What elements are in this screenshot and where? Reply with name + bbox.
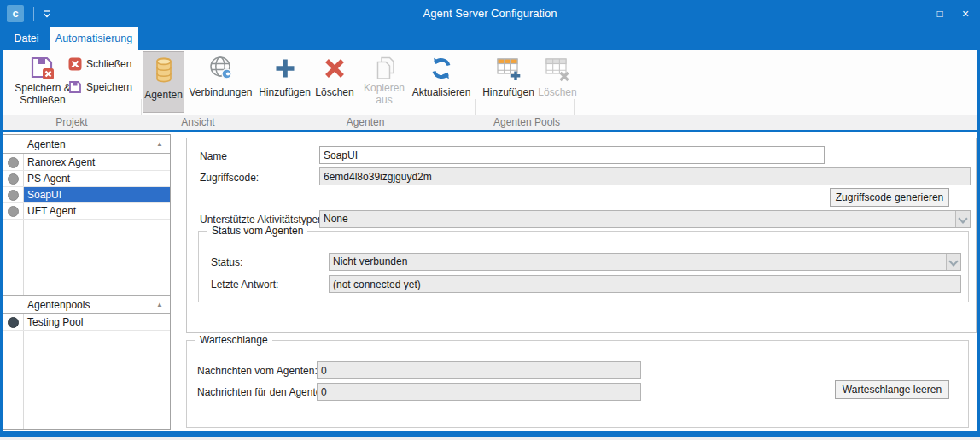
last-response-label: Letzte Antwort:	[211, 279, 278, 290]
group-label-ansicht: Ansicht	[181, 115, 214, 129]
agent-refresh-label: Aktualisieren	[410, 86, 473, 98]
status-value: Nicht verbunden	[333, 255, 407, 267]
group-label-projekt: Projekt	[55, 115, 87, 129]
close-window-button[interactable]: ×	[953, 3, 978, 24]
plus-icon	[271, 55, 299, 82]
agent-status-icon	[8, 173, 19, 185]
sort-ascending-icon: ▲	[156, 135, 163, 154]
minimize-button[interactable]: –	[895, 3, 920, 24]
activity-types-label: Unterstützte Aktivitätstypen:	[200, 214, 326, 226]
agent-row-label: SoapUI	[27, 187, 61, 203]
sort-ascending-icon: ▲	[156, 296, 163, 314]
agents-view-button[interactable]: Agenten	[143, 51, 184, 113]
save-label: Speichern	[86, 81, 132, 93]
pool-delete-label: Löschen	[537, 86, 578, 98]
agent-copy-from-button[interactable]: Kopieren aus	[359, 51, 409, 113]
chevron-down-icon[interactable]	[41, 8, 53, 20]
delete-x-icon	[321, 55, 348, 82]
pools-list-header[interactable]: Agentenpools ▲	[3, 295, 170, 314]
table-delete-icon	[543, 55, 572, 82]
maximize-button[interactable]: □	[927, 3, 953, 24]
clear-queue-button[interactable]: Warteschlange leeren	[835, 380, 949, 399]
access-code-label: Zugriffscode:	[200, 172, 259, 184]
messages-from-agent-field	[317, 361, 641, 379]
agents-header-label: Agenten	[27, 138, 66, 150]
access-code-field[interactable]	[319, 167, 971, 185]
agents-view-label: Agenten	[143, 89, 184, 101]
save-button[interactable]: Speichern	[68, 79, 132, 96]
last-response-field	[329, 275, 961, 293]
agents-list-header[interactable]: Agenten ▲	[3, 135, 170, 154]
agent-delete-label: Löschen	[312, 86, 358, 98]
agent-row-label: UFT Agent	[27, 203, 76, 220]
status-dropdown[interactable]: Nicht verbunden	[329, 253, 961, 271]
messages-from-agent-label: Nachrichten vom Agenten:	[197, 365, 318, 377]
sidebar: Agenten ▲ Ranorex Agent PS Agent SoapUI …	[3, 134, 171, 430]
ribbon-tab-row: Datei Automatisierung	[0, 27, 980, 50]
window-title: Agent Server Configuration	[423, 7, 557, 20]
messages-for-agent-label: Nachrichten für den Agenten:	[197, 386, 330, 398]
copy-documents-icon	[370, 55, 398, 82]
pool-delete-button[interactable]: Löschen	[537, 51, 578, 113]
title-bar: c Agent Server Configuration – □ ×	[0, 0, 980, 27]
messages-for-agent-field	[317, 383, 641, 401]
table-add-icon	[494, 55, 523, 82]
save-icon	[68, 80, 82, 94]
close-red-icon	[68, 57, 82, 71]
agent-delete-button[interactable]: Löschen	[312, 51, 358, 113]
close-button[interactable]: Schließen	[68, 56, 131, 73]
tab-automatisierung[interactable]: Automatisierung	[50, 27, 138, 50]
titlebar-separator	[33, 7, 34, 21]
globe-icon	[207, 55, 235, 82]
app-logo-letter: c	[12, 7, 18, 20]
window-border-left	[0, 27, 3, 436]
pool-row-label: Testing Pool	[27, 314, 83, 331]
pool-add-button[interactable]: Hinzufügen	[481, 51, 536, 113]
agent-row-ps[interactable]: PS Agent	[3, 171, 170, 187]
dropdown-arrow-icon	[946, 254, 960, 270]
pool-row-testing[interactable]: Testing Pool	[3, 314, 170, 331]
agent-add-button[interactable]: Hinzufügen	[259, 51, 311, 113]
agent-status-icon	[8, 206, 19, 217]
agent-detail-panel: Name Zugriffscode: Zugriffscode generier…	[171, 132, 977, 431]
agent-refresh-button[interactable]: Aktualisieren	[410, 51, 473, 113]
generate-access-code-button[interactable]: Zugriffscode generieren	[830, 188, 949, 207]
save-close-icon	[29, 55, 56, 82]
agent-row-ranorex[interactable]: Ranorex Agent	[3, 155, 170, 171]
group-label-agenten-pools: Agenten Pools	[493, 115, 560, 129]
agent-row-soapui[interactable]: SoapUI	[3, 187, 170, 203]
queue-group-legend: Warteschlange	[195, 334, 272, 346]
agent-status-group-legend: Status vom Agenten	[207, 225, 307, 237]
agent-status-icon	[8, 190, 19, 201]
agent-row-uft[interactable]: UFT Agent	[3, 203, 170, 220]
taskbar-strip	[0, 437, 980, 440]
app-logo-icon[interactable]: c	[7, 5, 24, 22]
name-input[interactable]	[319, 146, 825, 164]
refresh-icon	[428, 55, 455, 82]
agent-status-icon	[8, 157, 19, 168]
connections-label: Verbindungen	[187, 86, 254, 98]
pools-header-label: Agentenpools	[27, 299, 90, 311]
pool-add-label: Hinzufügen	[481, 86, 536, 98]
database-icon	[151, 56, 177, 85]
name-label: Name	[200, 150, 227, 162]
queue-group: Warteschlange Nachrichten vom Agenten: N…	[186, 340, 969, 428]
save-and-close-button[interactable]: Speichern & Schließen	[9, 51, 77, 113]
agent-server-configuration-window: c Agent Server Configuration – □ × Datei…	[0, 0, 980, 440]
status-label: Status:	[211, 256, 242, 268]
close-label: Schließen	[86, 58, 131, 70]
content-area: Agenten ▲ Ranorex Agent PS Agent SoapUI …	[3, 132, 977, 431]
activity-types-dropdown[interactable]: None	[319, 210, 971, 228]
tab-datei[interactable]: Datei	[5, 27, 48, 50]
save-and-close-label: Speichern & Schließen	[9, 82, 77, 106]
agent-copy-from-label: Kopieren aus	[359, 82, 409, 106]
agent-status-group: Status vom Agenten Status: Nicht verbund…	[198, 231, 969, 302]
group-label-agenten: Agenten	[347, 115, 385, 129]
pool-status-icon	[8, 317, 19, 328]
agent-form-box: Name Zugriffscode: Zugriffscode generier…	[186, 138, 977, 333]
connections-button[interactable]: Verbindungen	[187, 51, 254, 113]
ribbon: Speichern & Schließen Schließen Speicher…	[0, 50, 980, 115]
agent-row-label: PS Agent	[27, 171, 70, 187]
dropdown-arrow-icon	[955, 211, 970, 227]
agent-row-label: Ranorex Agent	[27, 155, 95, 171]
